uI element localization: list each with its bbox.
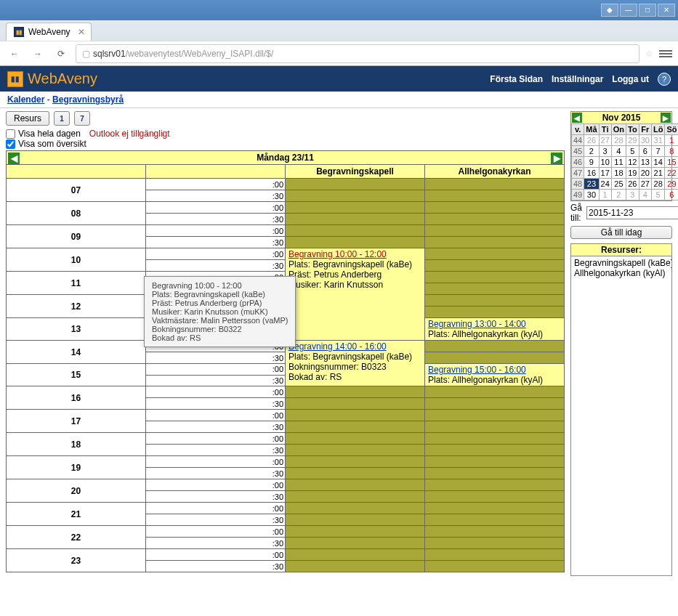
calendar-slot[interactable] xyxy=(425,549,565,561)
bookmark-icon[interactable]: ☆ xyxy=(645,49,653,59)
mini-cal-day[interactable]: 6 xyxy=(639,146,651,157)
calendar-slot[interactable] xyxy=(425,386,565,398)
mini-cal-day[interactable]: 24 xyxy=(599,179,611,190)
close-button[interactable]: ✕ xyxy=(658,4,675,17)
show-all-day-checkbox[interactable] xyxy=(6,129,15,139)
mini-cal-day[interactable]: 11 xyxy=(611,157,626,168)
prev-day-button[interactable]: ◀ xyxy=(8,153,20,164)
mini-cal-day[interactable]: 8 xyxy=(665,146,678,157)
event-title[interactable]: Begravning 13:00 - 14:00 xyxy=(428,319,561,329)
mini-cal-day[interactable]: 10 xyxy=(599,157,611,168)
mini-cal-day[interactable]: 26 xyxy=(584,135,599,146)
mini-cal-day[interactable]: 28 xyxy=(651,179,664,190)
mini-cal-day[interactable]: 27 xyxy=(639,179,651,190)
event-title[interactable]: Begravning 15:00 - 16:00 xyxy=(428,365,561,375)
calendar-slot[interactable] xyxy=(286,514,425,526)
calendar-slot[interactable] xyxy=(425,283,565,295)
calendar-slot[interactable] xyxy=(286,503,425,514)
mini-cal-day[interactable]: 18 xyxy=(611,168,626,179)
next-month-button[interactable]: ▶ xyxy=(661,113,671,123)
mini-cal-day[interactable]: 9 xyxy=(584,157,599,168)
calendar-slot[interactable] xyxy=(286,214,425,225)
calendar-slot[interactable] xyxy=(425,456,565,468)
nav-settings[interactable]: Inställningar xyxy=(552,74,603,84)
calendar-slot[interactable] xyxy=(425,398,565,410)
calendar-slot[interactable] xyxy=(425,352,565,364)
calendar-event[interactable]: Begravning 13:00 - 14:00Plats: Allhelgon… xyxy=(425,318,565,341)
maximize-button[interactable]: □ xyxy=(639,4,656,17)
nav-logout[interactable]: Logga ut xyxy=(612,74,649,84)
mini-cal-day[interactable]: 23 xyxy=(584,179,599,190)
calendar-slot[interactable] xyxy=(425,190,565,202)
mini-cal-day[interactable]: 7 xyxy=(651,146,664,157)
calendar-event[interactable]: Begravning 10:00 - 12:00Plats: Begravnin… xyxy=(286,248,425,341)
back-button[interactable]: ← xyxy=(6,45,23,62)
mini-cal-day[interactable]: 2 xyxy=(584,146,599,157)
calendar-slot[interactable] xyxy=(425,468,565,479)
calendar-slot[interactable] xyxy=(425,538,565,549)
calendar-event[interactable]: Begravning 14:00 - 16:00Plats: Begravnin… xyxy=(286,341,425,386)
mini-cal-day[interactable]: 15 xyxy=(665,157,678,168)
next-day-button[interactable]: ▶ xyxy=(551,153,562,164)
mini-cal-day[interactable]: 1 xyxy=(665,135,678,146)
resource-item[interactable]: Begravningskapell (kaBe) xyxy=(574,258,669,268)
show-overview-label[interactable]: Visa som översikt xyxy=(6,139,565,149)
calendar-slot[interactable] xyxy=(286,190,425,202)
calendar-slot[interactable] xyxy=(286,526,425,538)
help-icon[interactable]: ? xyxy=(658,73,671,86)
calendar-slot[interactable] xyxy=(425,561,565,572)
calendar-slot[interactable] xyxy=(425,295,565,307)
calendar-slot[interactable] xyxy=(286,398,425,410)
goto-date-input[interactable] xyxy=(586,206,678,219)
mini-cal-day[interactable]: 19 xyxy=(626,168,639,179)
mini-cal-day[interactable]: 29 xyxy=(626,135,639,146)
calendar-slot[interactable] xyxy=(425,526,565,538)
browser-tab[interactable]: ▮▮ WebAveny ✕ xyxy=(6,23,92,41)
calendar-slot[interactable] xyxy=(425,237,565,248)
mini-cal-day[interactable]: 28 xyxy=(611,135,626,146)
calendar-slot[interactable] xyxy=(286,421,425,433)
resource-button[interactable]: Resurs xyxy=(6,111,49,126)
nav-first-page[interactable]: Första Sidan xyxy=(490,74,543,84)
reload-button[interactable]: ⟳ xyxy=(52,45,70,62)
calendar-slot[interactable] xyxy=(286,456,425,468)
calendar-slot[interactable] xyxy=(425,214,565,225)
calendar-slot[interactable] xyxy=(286,538,425,549)
mini-cal-day[interactable]: 30 xyxy=(584,190,599,200)
calendar-slot[interactable] xyxy=(286,491,425,503)
calendar-slot[interactable] xyxy=(425,202,565,214)
event-title[interactable]: Begravning 10:00 - 12:00 xyxy=(288,249,421,259)
breadcrumb-funeral[interactable]: Begravningsbyrå xyxy=(52,94,124,105)
event-title[interactable]: Begravning 14:00 - 16:00 xyxy=(288,341,421,352)
mini-cal-day[interactable]: 3 xyxy=(626,190,639,200)
forward-button[interactable]: → xyxy=(29,45,47,62)
day-view-button[interactable]: 1 xyxy=(54,111,70,126)
mini-cal-day[interactable]: 12 xyxy=(626,157,639,168)
calendar-slot[interactable] xyxy=(425,272,565,283)
mini-cal-day[interactable]: 22 xyxy=(665,168,678,179)
mini-cal-day[interactable]: 16 xyxy=(584,168,599,179)
calendar-slot[interactable] xyxy=(425,421,565,433)
calendar-slot[interactable] xyxy=(425,445,565,456)
calendar-slot[interactable] xyxy=(425,179,565,190)
calendar-slot[interactable] xyxy=(425,341,565,352)
calendar-slot[interactable] xyxy=(286,386,425,398)
mini-cal-day[interactable]: 29 xyxy=(665,179,678,190)
calendar-slot[interactable] xyxy=(286,433,425,445)
minimize-button[interactable]: — xyxy=(620,4,637,17)
calendar-event[interactable]: Begravning 15:00 - 16:00Plats: Allhelgon… xyxy=(425,364,565,386)
calendar-slot[interactable] xyxy=(425,410,565,421)
calendar-slot[interactable] xyxy=(425,514,565,526)
mini-cal-day[interactable]: 5 xyxy=(626,146,639,157)
mini-cal-day[interactable]: 6 xyxy=(665,190,678,200)
calendar-slot[interactable] xyxy=(286,468,425,479)
hamburger-icon[interactable] xyxy=(659,49,672,59)
mini-cal-day[interactable]: 17 xyxy=(599,168,611,179)
mini-cal-day[interactable]: 30 xyxy=(639,135,651,146)
tab-close-icon[interactable]: ✕ xyxy=(78,27,85,37)
calendar-slot[interactable] xyxy=(286,410,425,421)
mini-cal-day[interactable]: 5 xyxy=(651,190,664,200)
calendar-slot[interactable] xyxy=(286,561,425,572)
week-view-button[interactable]: 7 xyxy=(74,111,90,126)
mini-cal-day[interactable]: 4 xyxy=(611,146,626,157)
